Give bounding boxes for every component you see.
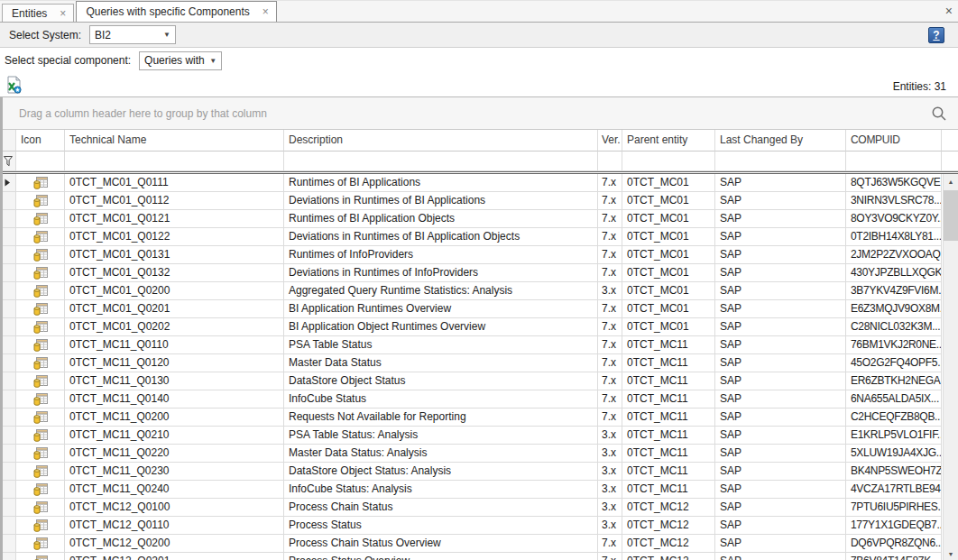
table-row[interactable]: 0TCT_MC01_Q0131 Runtimes of InfoProvider… <box>0 246 958 264</box>
row-icon-cell <box>16 535 65 553</box>
column-header-icon[interactable]: Icon <box>16 130 65 151</box>
cell-last-changed-by: SAP <box>715 336 846 354</box>
table-row[interactable]: 0TCT_MC11_Q0210 PSA Table Status: Analys… <box>0 427 958 445</box>
scroll-down-icon[interactable]: ▼ <box>944 546 958 560</box>
table-row[interactable]: 0TCT_MC11_Q0120 Master Data Status 7.x 0… <box>0 354 958 372</box>
query-icon <box>33 338 48 353</box>
table-row[interactable]: 0TCT_MC01_Q0122 Deviations in Runtimes o… <box>0 228 958 246</box>
special-component-select[interactable]: Queries with... ▼ <box>139 51 222 70</box>
table-row[interactable]: 0TCT_MC01_Q0121 Runtimes of BI Applicati… <box>0 210 958 228</box>
table-row[interactable]: 0TCT_MC11_Q0230 DataStore Object Status:… <box>0 463 958 481</box>
cell-description: Process Chain Status <box>284 499 598 517</box>
filter-cell-compuid[interactable] <box>846 151 942 171</box>
cell-description: Runtimes of BI Application Objects <box>284 210 598 228</box>
cell-version: 7.x <box>598 300 622 318</box>
filter-cell-description[interactable] <box>284 151 598 171</box>
filter-cell-technical-name[interactable] <box>65 151 284 171</box>
scrollbar-thumb[interactable] <box>944 190 958 241</box>
cell-technical-name: 0TCT_MC11_Q0200 <box>65 409 284 427</box>
cell-last-changed-by: SAP <box>715 463 846 481</box>
query-icon <box>33 374 48 389</box>
query-icon <box>33 428 48 443</box>
filter-cell-version[interactable] <box>598 151 622 171</box>
chevron-down-icon: ▼ <box>205 57 221 65</box>
cell-compuid: E1KRLP5VLO1FIF... <box>846 427 942 445</box>
table-row[interactable]: 0TCT_MC11_Q0130 DataStore Object Status … <box>0 372 958 390</box>
table-row[interactable]: 0TCT_MC01_Q0202 BI Application Object Ru… <box>0 318 958 336</box>
scroll-up-icon[interactable]: ▲ <box>944 174 958 189</box>
vertical-scrollbar[interactable]: ▲ ▼ <box>943 174 958 560</box>
cell-last-changed-by: SAP <box>715 192 846 210</box>
cell-last-changed-by: SAP <box>715 481 846 499</box>
cell-technical-name: 0TCT_MC12_Q0200 <box>65 535 284 553</box>
filter-cell-icon[interactable] <box>16 151 65 171</box>
row-icon-cell <box>16 264 65 282</box>
table-row[interactable]: 0TCT_MC11_Q0240 InfoCube Status: Analysi… <box>0 481 958 499</box>
close-tab-icon[interactable]: × <box>263 7 269 16</box>
cell-compuid: 3B7YKV4Z9FVI6M... <box>846 282 942 300</box>
cell-version: 7.x <box>598 192 622 210</box>
cell-last-changed-by: SAP <box>715 282 846 300</box>
cell-last-changed-by: SAP <box>715 174 846 192</box>
cell-description: InfoCube Status: Analysis <box>284 481 598 499</box>
column-header-parent-entity[interactable]: Parent entity <box>622 130 715 151</box>
cell-parent-entity: 0TCT_MC11 <box>622 372 715 390</box>
cell-parent-entity: 0TCT_MC01 <box>622 174 715 192</box>
column-header-technical-name[interactable]: Technical Name <box>65 130 284 151</box>
help-button[interactable]: ? <box>928 27 944 43</box>
table-row[interactable]: 0TCT_MC01_Q0111 Runtimes of BI Applicati… <box>0 174 958 192</box>
cell-technical-name: 0TCT_MC12_Q0201 <box>65 553 284 560</box>
cell-version: 7.x <box>598 390 622 409</box>
search-icon[interactable] <box>931 106 947 122</box>
column-header-last-changed-by[interactable]: Last Changed By <box>715 130 846 151</box>
cell-compuid: 8OY3VO9CKYZ0Y... <box>846 210 942 228</box>
cell-parent-entity: 0TCT_MC01 <box>622 318 715 336</box>
tab-entities[interactable]: Entities × <box>2 4 74 22</box>
column-header-compuid[interactable]: COMPUID <box>846 130 942 151</box>
cell-description: PSA Table Status <box>284 336 598 354</box>
component-select-value: Queries with... <box>144 54 205 67</box>
row-icon-cell <box>16 481 65 499</box>
table-row[interactable]: 0TCT_MC11_Q0220 Master Data Status: Anal… <box>0 445 958 463</box>
table-row[interactable]: 0TCT_MC11_Q0200 Requests Not Available f… <box>0 409 958 427</box>
cell-last-changed-by: SAP <box>715 427 846 445</box>
close-tab-icon[interactable]: × <box>60 9 66 18</box>
query-icon <box>33 302 48 317</box>
row-icon-cell <box>16 228 65 246</box>
table-row[interactable]: 0TCT_MC11_Q0140 InfoCube Status 7.x 0TCT… <box>0 390 958 409</box>
table-row[interactable]: 0TCT_MC11_Q0110 PSA Table Status 7.x 0TC… <box>0 336 958 354</box>
cell-technical-name: 0TCT_MC11_Q0220 <box>65 445 284 463</box>
table-row[interactable]: 0TCT_MC12_Q0110 Process Status 3.x 0TCT_… <box>0 517 958 535</box>
tab-queries-with-specific-components[interactable]: Queries with specific Components × <box>76 1 276 22</box>
table-row[interactable]: 0TCT_MC01_Q0132 Deviations in Runtimes o… <box>0 264 958 282</box>
cell-compuid: C2HCEQFZB8QB... <box>846 409 942 427</box>
table-row[interactable]: 0TCT_MC01_Q0200 Aggregated Query Runtime… <box>0 282 958 300</box>
cell-technical-name: 0TCT_MC11_Q0120 <box>65 354 284 372</box>
cell-technical-name: 0TCT_MC12_Q0100 <box>65 499 284 517</box>
filter-cell-parent-entity[interactable] <box>622 151 715 171</box>
table-row[interactable]: 0TCT_MC12_Q0100 Process Chain Status 3.x… <box>0 499 958 517</box>
column-header-description[interactable]: Description <box>284 130 598 151</box>
cell-description: Master Data Status <box>284 354 598 372</box>
query-icon <box>33 537 48 551</box>
cell-last-changed-by: SAP <box>715 300 846 318</box>
cell-description: Master Data Status: Analysis <box>284 445 598 463</box>
close-document-group-icon[interactable]: × <box>945 5 953 17</box>
cell-version: 3.x <box>598 499 622 517</box>
table-row[interactable]: 0TCT_MC01_Q0201 BI Application Runtimes … <box>0 300 958 318</box>
cell-description: Deviations in Runtimes of BI Application… <box>284 192 598 210</box>
grid-rows: 0TCT_MC01_Q0111 Runtimes of BI Applicati… <box>0 174 958 560</box>
cell-version: 7.x <box>598 174 622 192</box>
table-row[interactable]: 0TCT_MC12_Q0201 Process Status Overview … <box>0 553 958 560</box>
table-row[interactable]: 0TCT_MC12_Q0200 Process Chain Status Ove… <box>0 535 958 553</box>
column-header-version[interactable]: Ver. <box>598 130 622 151</box>
table-row[interactable]: 0TCT_MC01_Q0112 Deviations in Runtimes o… <box>0 192 958 210</box>
filter-cell-last-changed-by[interactable] <box>715 151 846 171</box>
cell-parent-entity: 0TCT_MC11 <box>622 409 715 427</box>
export-to-excel-icon[interactable] <box>5 76 23 94</box>
cell-version: 3.x <box>598 445 622 463</box>
cell-parent-entity: 0TCT_MC01 <box>622 246 715 264</box>
filter-filler-cell <box>942 151 958 171</box>
system-select[interactable]: BI2 ▼ <box>89 25 176 44</box>
group-by-panel[interactable]: Drag a column header here to group by th… <box>0 97 958 130</box>
